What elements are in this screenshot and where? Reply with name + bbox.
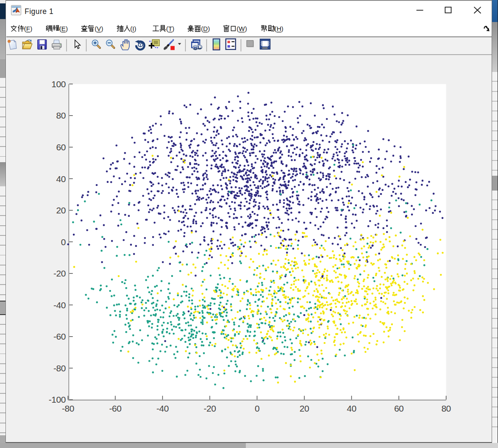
svg-text:100: 100	[51, 79, 66, 89]
svg-text:20: 20	[56, 205, 66, 215]
svg-text:-20: -20	[53, 268, 66, 278]
svg-text:-100: -100	[49, 395, 66, 404]
svg-text:-40: -40	[156, 404, 169, 413]
svg-text:0: 0	[255, 404, 259, 413]
svg-text:0: 0	[61, 237, 66, 247]
svg-text:-80: -80	[62, 404, 74, 413]
svg-text:-20: -20	[204, 404, 216, 413]
svg-text:80: 80	[56, 111, 66, 120]
svg-text:20: 20	[300, 404, 309, 413]
svg-text:60: 60	[56, 142, 66, 152]
svg-text:80: 80	[441, 404, 451, 413]
svg-text:60: 60	[394, 404, 403, 413]
svg-text:-80: -80	[53, 363, 66, 373]
svg-text:-60: -60	[53, 332, 66, 341]
svg-text:-60: -60	[109, 404, 121, 413]
svg-text:40: 40	[347, 404, 356, 413]
svg-text:40: 40	[56, 174, 66, 184]
svg-text:-40: -40	[53, 300, 66, 310]
